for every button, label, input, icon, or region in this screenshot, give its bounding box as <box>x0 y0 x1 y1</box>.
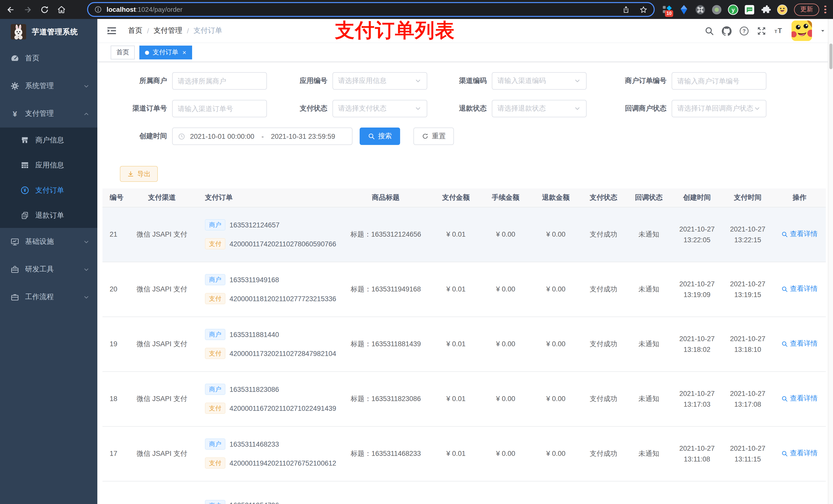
channel-order-no-field[interactable] <box>172 100 267 117</box>
search-button[interactable]: 搜索 <box>360 127 400 145</box>
documents-icon <box>21 211 29 220</box>
chevron-down-icon <box>83 83 90 89</box>
channel-order-no-input[interactable] <box>178 105 261 113</box>
sidebar-fold-icon[interactable] <box>106 26 117 36</box>
extension-command-icon[interactable] <box>695 4 706 15</box>
toolbox-icon <box>10 265 20 274</box>
create-time-range-picker[interactable]: 2021-10-01 00:00:00 - 2021-10-31 23:59:5… <box>172 127 353 145</box>
page-title-annotation: 支付订单列表 <box>335 20 455 41</box>
home-icon[interactable] <box>57 5 66 14</box>
breadcrumb-home[interactable]: 首页 <box>128 26 142 35</box>
extension-emoji-avatar[interactable] <box>777 4 788 15</box>
filter-form: 所属商户 应用编号 请选择应用信息 渠道编码 请输入渠道编码 商户订单编号 渠道… <box>97 62 833 145</box>
pay-tag: 支付 <box>205 403 225 414</box>
app-select[interactable]: 请选择应用信息 <box>332 72 427 90</box>
export-button[interactable]: 导出 <box>120 166 158 182</box>
url-text: localhost:1024/pay/order <box>106 6 182 13</box>
view-detail-link[interactable]: 查看详情 <box>781 339 818 349</box>
window-scrollbar[interactable] <box>828 19 833 504</box>
sidebar-item-pay-order[interactable]: ¥ 支付订单 <box>0 178 97 203</box>
channel-code-select[interactable]: 请输入渠道编码 <box>492 72 587 90</box>
sidebar-item-label: 商户信息 <box>35 136 64 145</box>
user-avatar[interactable] <box>791 21 812 41</box>
app-title: 芋道管理系统 <box>32 27 78 37</box>
view-detail-link[interactable]: 查看详情 <box>781 449 818 458</box>
font-size-icon[interactable]: TT <box>774 26 784 35</box>
forward-icon[interactable] <box>23 5 32 14</box>
sidebar-item-dev-tools[interactable]: 研发工具 <box>0 256 97 283</box>
extension-grid-icon[interactable]: 10 <box>662 4 673 15</box>
tab-home[interactable]: 首页 <box>111 46 135 59</box>
sidebar-item-home[interactable]: 首页 <box>0 45 97 72</box>
magnifier-icon <box>781 231 788 238</box>
tab-close-icon[interactable]: × <box>182 49 186 56</box>
magnifier-icon <box>781 341 788 347</box>
refresh-icon <box>422 133 429 140</box>
pay-status-select[interactable]: 请选择支付状态 <box>332 100 427 117</box>
extension-chat-icon[interactable] <box>744 4 755 15</box>
search-icon[interactable] <box>705 26 714 35</box>
merchant-input[interactable] <box>178 77 261 85</box>
update-button[interactable]: 更新 <box>794 3 819 16</box>
pay-tag: 支付 <box>205 457 225 469</box>
fullscreen-icon[interactable] <box>757 26 766 35</box>
reload-icon[interactable] <box>40 5 49 14</box>
share-icon[interactable] <box>622 5 630 14</box>
sidebar-item-workflow[interactable]: 工作流程 <box>0 283 97 311</box>
breadcrumb-payment[interactable]: 支付管理 <box>154 26 182 35</box>
sidebar-item-app-info[interactable]: 应用信息 <box>0 153 97 178</box>
github-icon[interactable] <box>722 26 732 35</box>
sidebar-item-label: 支付订单 <box>35 186 64 195</box>
tab-pay-order[interactable]: 支付订单 × <box>139 46 192 59</box>
merchant-tag: 商户 <box>205 438 225 450</box>
svg-text:T: T <box>775 29 778 34</box>
notify-status-select[interactable]: 请选择订单回调商户状态 <box>672 100 766 117</box>
back-icon[interactable] <box>6 5 15 14</box>
app-logo[interactable]: 芋道管理系统 <box>0 19 97 45</box>
site-info-icon[interactable] <box>94 6 102 13</box>
help-icon[interactable]: ? <box>739 26 749 35</box>
scrollbar-thumb[interactable] <box>829 44 832 69</box>
sidebar-item-payment[interactable]: ¥ 支付管理 <box>0 100 97 127</box>
merchant-order-no-input[interactable] <box>677 77 761 85</box>
sidebar-item-merchant-info[interactable]: 商户信息 <box>0 127 97 153</box>
search-icon <box>368 133 375 140</box>
sidebar-item-system[interactable]: 系统管理 <box>0 72 97 100</box>
channel-code-label: 渠道编码 <box>443 76 487 86</box>
merchant-tag: 商户 <box>205 274 225 285</box>
merchant-label: 所属商户 <box>111 76 167 86</box>
merchant-order-no-field[interactable] <box>672 72 766 90</box>
date-end: 2021-10-31 23:59:59 <box>271 133 335 140</box>
extension-record-icon[interactable] <box>711 4 722 15</box>
address-bar[interactable]: localhost:1024/pay/order <box>87 2 655 17</box>
pay-status-label: 支付状态 <box>284 104 327 113</box>
main-content: 首页 / 支付管理 / 支付订单 支付订单列表 ? TT <box>97 19 833 504</box>
extension-y-icon[interactable]: y <box>728 4 739 15</box>
reset-button[interactable]: 重置 <box>413 127 454 145</box>
view-detail-link[interactable]: 查看详情 <box>781 394 818 403</box>
sidebar-item-refund-order[interactable]: 退款订单 <box>0 203 97 228</box>
table-row: 20 微信 JSAPI 支付 商户1635311949168 支付4200001… <box>102 262 826 316</box>
sidebar-item-label: 系统管理 <box>25 81 54 91</box>
col-title: 商品标题 <box>340 189 431 207</box>
chevron-down-icon <box>574 105 581 112</box>
gear-icon <box>10 81 20 91</box>
extension-badge: 10 <box>665 10 673 17</box>
svg-text:y: y <box>732 6 735 13</box>
merchant-select[interactable] <box>172 72 267 90</box>
sidebar-item-infrastructure[interactable]: 基础设施 <box>0 228 97 256</box>
merchant-tag: 商户 <box>205 219 225 231</box>
chevron-down-icon <box>754 105 761 112</box>
view-detail-link[interactable]: 查看详情 <box>781 285 818 294</box>
refund-status-select[interactable]: 请选择退款状态 <box>492 100 587 117</box>
avatar-caret-icon[interactable] <box>820 28 826 34</box>
chevron-down-icon <box>83 238 90 245</box>
col-amount: 支付金额 <box>431 189 480 207</box>
view-detail-link[interactable]: 查看详情 <box>781 230 818 239</box>
col-create-time: 创建时间 <box>672 189 722 207</box>
browser-menu-icon[interactable] <box>824 6 826 14</box>
magnifier-icon <box>781 395 788 402</box>
bookmark-star-icon[interactable] <box>639 5 647 14</box>
extension-gem-icon[interactable] <box>678 4 690 15</box>
extension-puzzle-icon[interactable] <box>760 4 771 15</box>
